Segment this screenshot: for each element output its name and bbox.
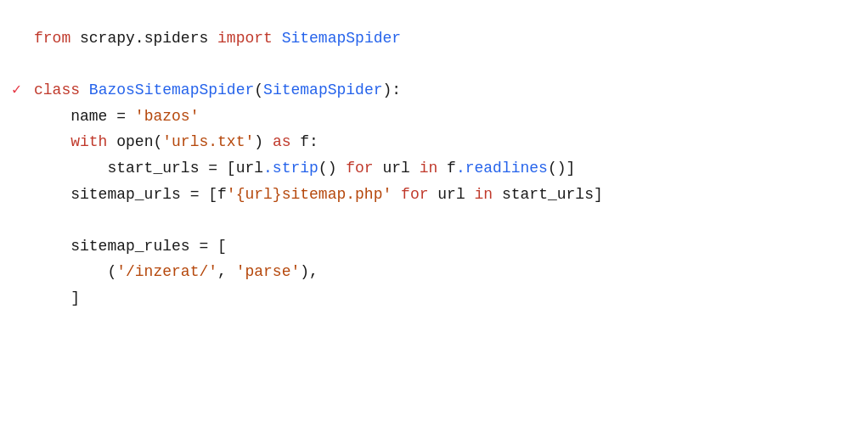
token-plain: url [429,182,475,208]
code-line [0,52,868,78]
token-plain: ()] [548,155,575,182]
code-line: sitemap_rules = [ [0,233,868,260]
token-kw-with: with [70,129,107,155]
token-plain: ] [34,285,80,312]
token-plain [34,129,70,155]
code-line: ] [0,285,868,312]
token-plain: start_urls] [493,182,603,208]
token-kw-class: class [34,77,80,104]
token-plain: open( [107,129,162,155]
token-plain: sitemap_rules = [ [34,233,227,260]
token-string: '/inzerat/' [116,259,217,285]
token-plain: () [318,155,346,182]
token-string: 'urls.txt' [162,129,254,155]
code-line [0,207,868,233]
token-classname: SitemapSpider [263,77,382,104]
token-plain: ) [254,129,273,155]
token-plain [392,182,401,208]
code-line: with open('urls.txt') as f: [0,129,868,155]
code-line: ('/inzerat/', 'parse'), [0,259,868,285]
code-line: sitemap_urls = [f'{url}sitemap.php' for … [0,182,868,208]
token-plain: url [374,155,420,182]
token-string: 'parse' [236,259,301,285]
token-kw-import: import [217,25,273,52]
code-container: from scrapy.spiders import SitemapSpider… [0,17,868,320]
token-kw-for: for [346,155,373,182]
token-string: 'bazos' [135,104,200,130]
token-plain: scrapy.spiders [70,25,217,52]
code-line: ✓class BazosSitemapSpider(SitemapSpider)… [0,77,868,104]
code-line: name = 'bazos' [0,104,868,130]
token-method: .strip [263,155,318,182]
token-kw-for: for [401,182,428,208]
token-plain: f [437,155,456,182]
token-classname: BazosSitemapSpider [89,77,254,104]
token-plain: ( [254,77,263,104]
token-kw-in: in [475,182,493,208]
token-plain: name = [34,104,135,130]
token-kw-in: in [420,155,438,182]
token-plain [80,77,89,104]
gutter-mark: ✓ [12,77,21,104]
token-method: .readlines [456,155,548,182]
token-kw-from: from [34,25,70,52]
token-plain: sitemap_urls = [f [34,182,227,208]
token-plain: ( [34,259,116,285]
token-module: SitemapSpider [273,25,401,52]
token-kw-as: as [273,129,291,155]
token-plain: ): [383,77,402,104]
token-plain: , [217,259,236,285]
code-line: from scrapy.spiders import SitemapSpider [0,25,868,52]
token-plain: start_urls = [url [34,155,263,182]
token-plain: ), [300,259,318,285]
token-string: '{url}sitemap.php' [227,182,392,208]
code-line: start_urls = [url.strip() for url in f.r… [0,155,868,182]
token-plain: f: [291,129,318,155]
